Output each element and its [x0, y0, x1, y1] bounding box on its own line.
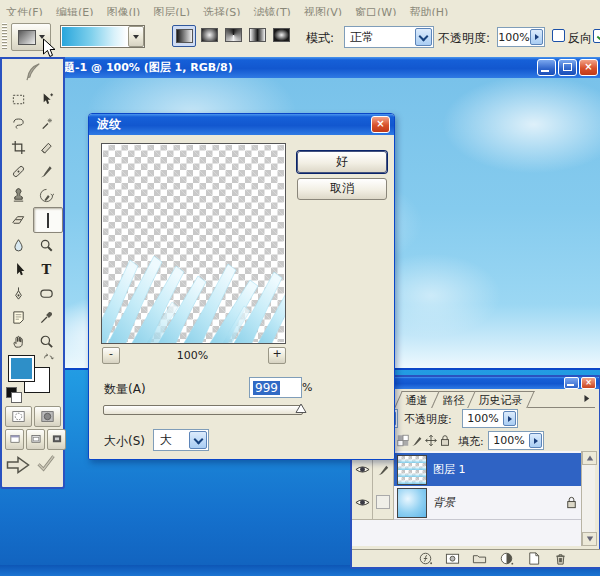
mode-select[interactable]: 正常 — [344, 26, 434, 48]
layer-row-background[interactable]: 背景 — [352, 486, 583, 520]
layers-scrollbar[interactable] — [581, 451, 595, 546]
close-button[interactable]: × — [579, 59, 598, 76]
tool-move[interactable] — [33, 87, 61, 111]
restore-button[interactable] — [558, 59, 577, 76]
lock-paint-icon[interactable] — [410, 433, 424, 447]
menu-item-view[interactable]: 视图(V) — [304, 6, 342, 16]
menu-item-filter[interactable]: 滤镜(T) — [254, 6, 291, 16]
menu-item-help[interactable]: 帮助(H) — [409, 6, 448, 16]
opacity-popup-arrow[interactable] — [530, 29, 543, 45]
palette-close-button[interactable]: × — [581, 377, 596, 389]
layer-name[interactable]: 图层 1 — [427, 462, 466, 477]
jump-to-imageready-icon[interactable] — [6, 453, 30, 477]
layer-style-icon[interactable] — [414, 552, 436, 566]
amount-input[interactable]: 999 — [249, 377, 302, 398]
ripple-dialog[interactable]: 波纹 × - 100% + 数量 — [88, 113, 395, 460]
tool-eraser[interactable] — [5, 207, 33, 231]
fullscreen-menu-button[interactable] — [26, 429, 45, 450]
ok-button[interactable]: 好 — [297, 151, 387, 173]
palette-opacity-field[interactable]: 100% — [462, 409, 518, 428]
size-select[interactable]: 大 — [153, 429, 209, 451]
radial-gradient-button[interactable] — [198, 25, 220, 45]
tool-healing-brush[interactable] — [5, 159, 33, 183]
lock-transparency-icon[interactable] — [396, 433, 410, 447]
tool-slice[interactable] — [33, 135, 61, 159]
filter-preview[interactable] — [101, 143, 286, 344]
tool-clone-stamp[interactable] — [5, 183, 33, 207]
tool-magic-wand[interactable] — [33, 111, 61, 135]
foreground-color-swatch[interactable] — [8, 355, 35, 382]
menu-item-edit[interactable]: 编辑(E) — [56, 6, 94, 16]
tool-eyedropper[interactable] — [33, 305, 61, 329]
amount-slider-track[interactable] — [103, 405, 303, 415]
tool-blur[interactable] — [5, 233, 33, 257]
menu-item-window[interactable]: 窗口(W) — [355, 6, 396, 16]
standard-screen-button[interactable] — [5, 429, 24, 450]
tool-rect-marquee[interactable] — [5, 87, 33, 111]
palette-minimize-button[interactable] — [564, 377, 579, 389]
lock-all-icon[interactable] — [438, 433, 452, 447]
swap-colors-icon[interactable] — [42, 353, 55, 366]
zoom-in-button[interactable]: + — [268, 347, 286, 364]
adjustment-layer-icon[interactable] — [495, 552, 517, 566]
tool-crop[interactable] — [5, 135, 33, 159]
standard-mode-button[interactable] — [5, 406, 32, 427]
link-cell[interactable] — [373, 486, 394, 520]
layer-thumbnail[interactable] — [397, 455, 427, 485]
tool-history-brush[interactable] — [33, 183, 61, 207]
palette-opacity-arrow[interactable] — [503, 411, 516, 426]
diamond-gradient-button[interactable] — [270, 25, 292, 45]
menu-item-layer[interactable]: 图层(L) — [153, 6, 190, 16]
opacity-field[interactable]: 100% — [497, 27, 545, 47]
dither-checkbox[interactable] — [593, 29, 600, 43]
gradient-picker-arrow[interactable] — [128, 26, 144, 47]
tool-dodge[interactable] — [33, 233, 61, 257]
tool-brush[interactable] — [33, 159, 61, 183]
slider-thumb[interactable] — [295, 403, 307, 414]
menu-item-image[interactable]: 图像(I) — [106, 6, 140, 16]
tool-shape[interactable] — [33, 281, 61, 305]
tool-gradient[interactable] — [33, 207, 63, 233]
tool-pen[interactable] — [5, 281, 33, 305]
add-mask-icon[interactable] — [441, 552, 463, 566]
fill-field[interactable]: 100% — [488, 431, 544, 450]
delete-layer-icon[interactable] — [549, 552, 571, 566]
menu-item-file[interactable]: 文件(F) — [6, 6, 43, 16]
dialog-close-button[interactable]: × — [371, 116, 390, 133]
layer-thumbnail[interactable] — [397, 488, 427, 518]
scroll-up-icon[interactable] — [582, 451, 597, 465]
options-grip[interactable] — [2, 23, 7, 50]
tool-lasso[interactable] — [5, 111, 33, 135]
toolbox-palette[interactable]: T — [0, 57, 65, 489]
reverse-checkbox[interactable] — [552, 29, 565, 42]
visibility-cell[interactable] — [352, 486, 373, 520]
size-dropdown-arrow[interactable] — [189, 431, 207, 449]
tool-type[interactable]: T — [33, 257, 61, 281]
toolbox-header[interactable] — [2, 59, 63, 85]
new-layer-icon[interactable] — [522, 552, 544, 566]
linear-gradient-button[interactable] — [172, 25, 196, 47]
tool-zoom[interactable] — [33, 329, 61, 353]
tool-hand[interactable] — [5, 329, 33, 353]
fill-arrow[interactable] — [529, 433, 542, 448]
scroll-down-icon[interactable] — [582, 532, 597, 546]
fullscreen-button[interactable] — [47, 429, 66, 450]
reflected-gradient-button[interactable] — [246, 25, 268, 45]
menu-item-select[interactable]: 选择(S) — [203, 6, 241, 16]
tool-notes[interactable] — [5, 305, 33, 329]
layer-name[interactable]: 背景 — [427, 495, 564, 510]
tab-scroll-arrow[interactable] — [581, 393, 592, 404]
tool-path-select[interactable] — [5, 257, 33, 281]
document-titlebar[interactable]: 未标题-1 @ 100% (图层 1, RGB/8) × — [32, 57, 600, 78]
minimize-button[interactable] — [537, 59, 556, 76]
imageready-icon[interactable] — [36, 453, 56, 477]
lock-position-icon[interactable] — [424, 433, 438, 447]
quick-mask-button[interactable] — [34, 406, 61, 427]
angle-gradient-button[interactable] — [222, 25, 244, 45]
dialog-titlebar[interactable]: 波纹 × — [89, 114, 394, 135]
cancel-button[interactable]: 取消 — [297, 178, 387, 200]
tab-history[interactable]: 历史记录 — [467, 391, 535, 408]
mode-dropdown-arrow[interactable] — [415, 28, 432, 46]
gradient-preview-picker[interactable] — [60, 25, 145, 48]
new-group-icon[interactable] — [468, 552, 490, 566]
